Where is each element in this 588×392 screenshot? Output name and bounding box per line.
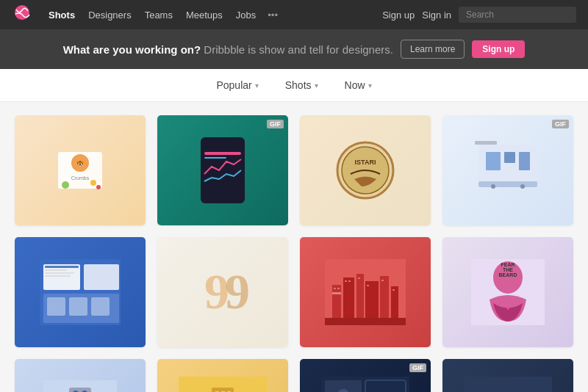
nav-more-icon[interactable]: ••• [263,7,282,23]
promo-banner: What are you working on? Dribbble is sho… [0,29,588,69]
shot-card: 👁 [157,359,288,392]
shot-thumbnail[interactable] [15,359,146,392]
shot-card: 👁 [15,359,146,392]
svg-rect-28 [84,264,119,290]
svg-rect-15 [486,152,501,170]
svg-rect-50 [392,289,395,291]
nav-designers[interactable]: Designers [82,7,137,23]
svg-rect-17 [519,152,530,170]
nav-signin-link[interactable]: Sign in [422,10,451,21]
svg-rect-42 [391,286,398,318]
nav-signup-link[interactable]: Sign up [382,10,415,21]
svg-rect-25 [45,269,67,271]
shot-card: GIF 👁 [300,359,431,392]
svg-point-5 [62,181,69,189]
svg-rect-40 [365,281,379,318]
shot-thumbnail[interactable]: TREK RAIN ♥ [442,359,573,392]
nav-shots[interactable]: Shots [43,7,81,23]
svg-rect-26 [45,272,74,274]
svg-rect-16 [504,152,515,163]
shot-card: 9 9 👁 985 💬 9 ♥ 145 Y [157,237,288,347]
chevron-down-icon: ▾ [255,81,259,90]
svg-rect-37 [332,292,341,294]
svg-rect-32 [91,297,110,316]
svg-rect-38 [343,277,354,318]
svg-text:9: 9 [225,264,250,319]
svg-rect-39 [356,274,364,318]
svg-rect-46 [348,280,351,282]
filter-bar: Popular ▾ Shots ▾ Now ▾ [0,69,588,102]
svg-rect-30 [47,297,65,316]
logo [12,4,32,25]
gif-badge: GIF [552,120,569,128]
svg-rect-31 [69,297,87,316]
svg-rect-27 [45,275,71,277]
svg-rect-36 [332,285,341,318]
shot-thumbnail[interactable] [300,237,431,347]
svg-text:FEAR: FEAR [501,262,514,267]
svg-text:BEARD: BEARD [499,272,517,277]
shot-thumbnail[interactable]: FEAR THE BEARD ♥ [442,237,573,347]
svg-rect-23 [43,264,80,290]
nav-links: Shots Designers Teams Meetups Jobs ••• [43,7,282,23]
nav-teams[interactable]: Teams [139,7,179,23]
svg-rect-45 [345,280,347,282]
svg-text:🐯: 🐯 [76,160,84,167]
svg-rect-21 [475,141,497,145]
filter-shots[interactable]: Shots ▾ [279,76,324,94]
shot-card: 🐯 Crumbs 🔗 👁 1,006 💬 17 ♥ [15,115,146,225]
shot-thumbnail[interactable] [157,359,288,392]
filter-popular[interactable]: Popular ▾ [210,76,264,94]
shot-thumbnail[interactable]: 9 9 [157,237,288,347]
svg-point-6 [90,180,96,186]
banner-signup-button[interactable]: Sign up [472,40,525,58]
nav-jobs[interactable]: Jobs [230,7,262,23]
svg-point-19 [491,184,495,189]
svg-rect-60 [69,388,91,392]
shot-thumbnail[interactable]: 🐯 Crumbs [15,115,146,225]
svg-text:Crumbs: Crumbs [71,175,90,181]
chevron-down-icon: ▾ [368,81,372,90]
shot-thumbnail[interactable]: ISTARI [300,115,431,225]
shots-grid: 🐯 Crumbs 🔗 👁 1,006 💬 17 ♥ [7,115,581,392]
shot-card: ISTARI 👁 608 💬 13 ♥ 159 [300,115,431,225]
nav-meetups[interactable]: Meetups [180,7,229,23]
svg-rect-10 [204,157,226,159]
shot-thumbnail[interactable]: GIF [300,359,431,392]
svg-rect-51 [325,318,406,325]
shot-card: 👁 2,202 💬 7 ♥ 155 J Jan Losert [15,237,146,347]
svg-rect-9 [204,152,241,155]
shot-card: TREK RAIN ♥ 👁 [442,359,573,392]
svg-rect-87 [365,380,406,392]
filter-now[interactable]: Now ▾ [339,76,378,94]
svg-rect-41 [380,276,389,318]
nav-right: Sign up Sign in [382,7,576,23]
svg-rect-18 [478,181,537,187]
chevron-down-icon: ▾ [315,81,318,90]
learn-more-button[interactable]: Learn more [401,40,465,59]
svg-rect-47 [358,277,360,279]
svg-rect-24 [45,266,79,268]
svg-text:♥: ♥ [506,305,510,312]
svg-rect-43 [334,288,336,289]
svg-point-7 [96,185,101,189]
svg-rect-48 [367,285,369,286]
svg-point-20 [520,184,525,189]
shot-card: GIF 🔗 👁 1,329 💬 13 [442,115,573,225]
navbar: Shots Designers Teams Meetups Jobs ••• S… [0,0,588,29]
svg-rect-49 [381,280,384,281]
svg-text:THE: THE [503,267,513,272]
shot-card: GIF 👁 2,339 💬 8 ♥ [157,115,288,225]
shot-thumbnail[interactable]: GIF [157,115,288,225]
banner-question: What are you working on? Dribbble is sho… [63,43,393,56]
shot-card: 👁 358 💬 6 ♥ 119 T Tim Boelaars [300,237,431,347]
svg-rect-44 [337,288,340,289]
svg-point-0 [15,5,29,20]
search-input[interactable] [459,7,576,23]
shot-thumbnail[interactable] [15,237,146,347]
shot-card: FEAR THE BEARD ♥ ↩1 🔗 👁 1,274 💬 7 [442,237,573,347]
svg-rect-95 [464,377,552,392]
svg-text:ISTARI: ISTARI [355,159,376,166]
gif-badge: GIF [409,363,426,372]
shot-thumbnail[interactable]: GIF [442,115,573,225]
